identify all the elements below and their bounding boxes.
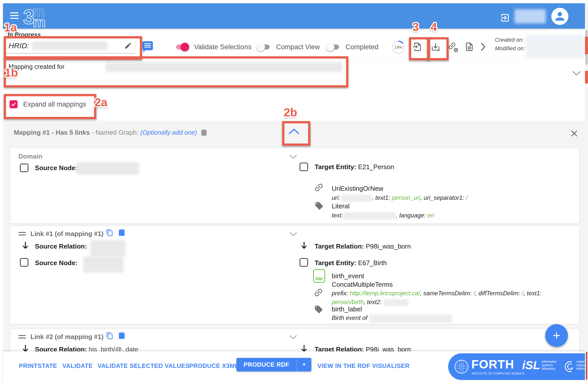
- person-icon: [553, 10, 566, 23]
- close-mapping-icon[interactable]: [570, 130, 578, 137]
- domain-source-checkbox[interactable]: [20, 164, 28, 172]
- birth-label-name: birth_label: [332, 305, 362, 313]
- named-graph-label: Named Graph:: [96, 129, 140, 136]
- scrollbar-annotation-mark: [585, 71, 588, 83]
- validate-button[interactable]: VALIDATE: [62, 362, 93, 369]
- link-1-source-relation-redacted: [90, 240, 125, 257]
- link-1-source-relation-label: Source Relation:: [35, 243, 87, 250]
- produce-rdf-label: PRODUCE RDF: [236, 361, 297, 368]
- literal-text-redacted: [343, 212, 396, 219]
- link-2-collapse-chevron-icon[interactable]: [289, 335, 297, 340]
- uri-generator-details: uri: , text1: person_uri, uri_separator1…: [332, 193, 583, 202]
- birth-label-redacted: [369, 314, 452, 322]
- produce-rdf-button[interactable]: PRODUCE RDF: [236, 358, 311, 371]
- uri-generator-name: UriExistingOrNew: [332, 185, 383, 193]
- svg-text:14%: 14%: [394, 45, 402, 50]
- literal-name: Literal: [332, 202, 350, 210]
- source-node-label: Source Node:/: [35, 164, 79, 172]
- validate-selected-values-button[interactable]: VALIDATE SELECTED VALUES: [98, 362, 189, 369]
- menu-icon[interactable]: [10, 12, 19, 19]
- domain-label: Domain: [18, 153, 42, 160]
- source-node-redacted: [76, 162, 139, 175]
- progress-ring: 14%: [391, 40, 405, 54]
- link-1-paste-icon[interactable]: [118, 229, 125, 236]
- domain-target-entity: Target Entity: E21_Person: [315, 163, 394, 171]
- compact-view-toggle[interactable]: [258, 44, 270, 50]
- target-entity-label: Target Entity:: [315, 259, 358, 267]
- link-1-title: Link #1 (of mapping #1): [30, 230, 103, 238]
- comment-icon[interactable]: [142, 41, 153, 50]
- variable-badge: Var: [313, 269, 325, 283]
- mapping-title: Mapping #1 - Has 5 links: [14, 129, 90, 136]
- link-2-title: Link #2 (of mapping #1): [30, 333, 103, 341]
- download-icon[interactable]: [431, 42, 441, 52]
- concat-details: prefix: http://temp.lincsproject.ca/, sa…: [332, 289, 573, 306]
- description-expand-chevron-icon[interactable]: [572, 71, 581, 76]
- target-relation-label: Target Relation:: [315, 243, 366, 250]
- dropdown-caret-icon: [302, 363, 306, 366]
- isl-logo-text: iSL: [522, 358, 540, 372]
- modified-on-label: Modified on:: [495, 45, 525, 52]
- import-mappings-icon[interactable]: [412, 42, 423, 52]
- link-1-source-node-checkbox[interactable]: [20, 258, 28, 267]
- concat-text2-redacted: [383, 299, 408, 306]
- completed-toggle[interactable]: [327, 44, 339, 50]
- link-2-paste-icon[interactable]: [118, 332, 125, 340]
- add-mapping-fab[interactable]: +: [545, 324, 568, 347]
- annotation-label-2b: 2b: [284, 106, 297, 119]
- link-1-target-relation: Target Relation: P98i_was_born: [315, 243, 411, 250]
- view-rdf-visualiser-button[interactable]: VIEW IN THE RDF VISUALISER: [317, 362, 409, 369]
- uri-redacted: [342, 195, 372, 202]
- literal-tag-icon: [315, 201, 324, 210]
- annotation-label-1a: 1a: [4, 21, 17, 34]
- 3m-mapping-app: m 3 m In Progress HRID: 1a Vali: [0, 0, 588, 382]
- svg-text:m: m: [33, 14, 46, 29]
- hrid-value-redacted: [32, 41, 108, 50]
- paste-icon[interactable]: [200, 129, 207, 136]
- validate-selections-label: Validate Selections: [194, 43, 251, 51]
- link-2-drag-handle[interactable]: [18, 335, 26, 339]
- avatar[interactable]: [551, 8, 568, 25]
- produce-rdf-dropdown[interactable]: [297, 363, 311, 366]
- file-settings-icon[interactable]: [464, 42, 474, 52]
- literal-details: text:, language: en: [332, 211, 583, 220]
- annotation-label-3: 3: [412, 20, 419, 34]
- forth-emblem-icon: [454, 359, 469, 374]
- mapping-collapse-chevron-icon[interactable]: [289, 128, 299, 134]
- 3m-logo-icon: m 3 m: [23, 5, 51, 29]
- description-redacted: [106, 62, 342, 72]
- chevron-right-icon[interactable]: [480, 42, 486, 51]
- hrid-field[interactable]: HRID:: [6, 38, 135, 53]
- link-settings-icon[interactable]: [447, 41, 459, 53]
- link-1-source-node-redacted: [83, 257, 123, 273]
- dates-redacted: [526, 35, 584, 58]
- target-relation-value: P98i_was_born: [366, 243, 411, 250]
- target-entity-label: Target Entity:: [315, 163, 358, 171]
- username-redacted: [515, 9, 546, 23]
- uri-generator-link-icon: [314, 182, 324, 193]
- logout-icon[interactable]: [500, 13, 510, 23]
- concat-link-icon: [313, 287, 324, 298]
- mapping-dash: -: [90, 129, 96, 136]
- domain-collapse-chevron-icon[interactable]: [289, 155, 297, 159]
- link-1-copy-icon[interactable]: [106, 229, 113, 236]
- link-1-target-entity-checkbox[interactable]: [300, 258, 308, 267]
- footer-logos: FORTH INSTITUTE OF COMPUTER SCIENCE iSL …: [448, 353, 588, 380]
- link-2-copy-icon[interactable]: [106, 332, 113, 340]
- birth-label-tag-icon: [314, 305, 323, 314]
- compact-view-label: Compact View: [276, 43, 320, 51]
- named-graph-add-link[interactable]: (Optionally add one): [140, 129, 197, 136]
- edit-pencil-icon[interactable]: [124, 42, 132, 50]
- printstate-button[interactable]: PRINTSTATE: [19, 362, 57, 369]
- footer-bar: PRINTSTATE VALIDATE VALIDATE SELECTED VA…: [3, 351, 585, 382]
- mapping-1-header: Mapping #1 - Has 5 links - Named Graph: …: [14, 129, 207, 136]
- link-1-card: Link #1 (of mapping #1) Source Relation:…: [10, 226, 579, 324]
- description-field[interactable]: Mapping created for: [4, 60, 582, 80]
- link-1-collapse-chevron-icon[interactable]: [289, 232, 297, 236]
- expand-all-checkbox[interactable]: [10, 100, 18, 108]
- domain-target-checkbox[interactable]: [300, 163, 308, 171]
- link-1-drag-handle[interactable]: [18, 232, 26, 235]
- validate-selections-toggle[interactable]: [176, 44, 188, 50]
- produce-x3ml-button[interactable]: PRODUCE X3ML: [189, 362, 239, 369]
- target-relation-arrow-icon: [300, 242, 308, 250]
